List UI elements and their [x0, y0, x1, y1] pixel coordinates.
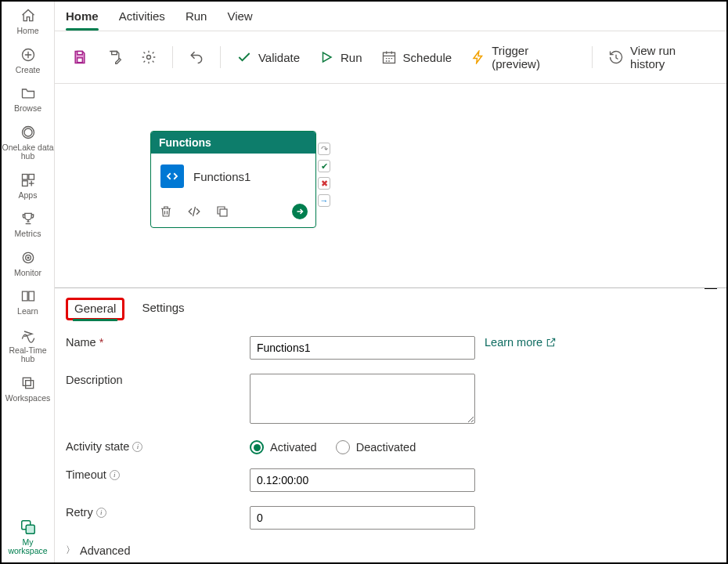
- properties-form: Name * Learn more Description Activity s…: [55, 320, 726, 562]
- radio-activated[interactable]: Activated: [250, 440, 317, 454]
- svg-rect-5: [22, 181, 27, 186]
- rail-workspaces[interactable]: Workspaces: [2, 374, 54, 403]
- external-link-icon: [546, 337, 557, 348]
- history-button[interactable]: View run history: [602, 39, 715, 75]
- toolbar-separator: [172, 46, 173, 68]
- connector-skip-icon[interactable]: ↷: [318, 143, 330, 155]
- label-name: Name *: [66, 336, 250, 349]
- name-input[interactable]: [250, 336, 475, 360]
- svg-rect-18: [220, 209, 227, 216]
- row-name: Name * Learn more: [66, 336, 715, 360]
- ribbon-tabs: Home Activities Run View: [55, 2, 726, 31]
- delete-icon[interactable]: [159, 204, 173, 219]
- tab-run[interactable]: Run: [186, 5, 207, 31]
- connector-fail-icon[interactable]: ✖: [318, 177, 330, 190]
- code-view-icon[interactable]: [187, 204, 201, 219]
- book-icon: [19, 287, 38, 306]
- rail-apps[interactable]: Apps: [2, 171, 54, 201]
- run-button[interactable]: Run: [312, 45, 369, 70]
- rail-apps-label: Apps: [19, 191, 38, 201]
- rail-realtime[interactable]: Real-Time hub: [2, 326, 54, 364]
- tab-general[interactable]: General: [73, 298, 117, 321]
- rail-create-label: Create: [16, 66, 41, 75]
- rail-learn[interactable]: Learn: [2, 287, 54, 316]
- label-activity-state: Activity state i: [66, 440, 250, 453]
- learn-more-label: Learn more: [485, 336, 542, 349]
- target-icon: [19, 248, 38, 267]
- rail-my-workspace[interactable]: My workspace: [2, 518, 54, 556]
- stream-icon: [19, 326, 38, 345]
- undo-button[interactable]: [182, 45, 211, 70]
- description-input[interactable]: [250, 374, 475, 424]
- tab-general-highlight: General: [66, 298, 124, 320]
- play-icon: [319, 49, 334, 65]
- history-label: View run history: [630, 44, 709, 70]
- trophy-icon: [19, 209, 38, 228]
- tab-home[interactable]: Home: [66, 5, 99, 31]
- rail-onelake[interactable]: OneLake data hub: [2, 123, 54, 161]
- rail-learn-label: Learn: [17, 307, 38, 316]
- svg-point-8: [27, 257, 29, 258]
- radio-activated-label: Activated: [270, 441, 317, 454]
- radio-deactivated[interactable]: Deactivated: [336, 440, 416, 454]
- run-label: Run: [341, 51, 362, 64]
- label-description: Description: [66, 374, 250, 386]
- properties-tabs: General Settings: [55, 288, 726, 320]
- rail-browse[interactable]: Browse: [2, 84, 54, 114]
- tab-activities-label: Activities: [119, 9, 165, 23]
- save-icon: [72, 49, 88, 65]
- rail-monitor-label: Monitor: [14, 269, 41, 278]
- rail-home[interactable]: Home: [2, 6, 54, 36]
- settings-button[interactable]: [135, 45, 163, 70]
- save-button[interactable]: [66, 45, 94, 70]
- schedule-button[interactable]: Schedule: [375, 45, 459, 70]
- retry-input[interactable]: [250, 506, 475, 530]
- home-icon: [19, 6, 38, 25]
- tab-view[interactable]: View: [227, 5, 252, 31]
- tab-settings[interactable]: Settings: [140, 298, 186, 320]
- info-icon[interactable]: i: [110, 470, 120, 480]
- row-retry: Retry i: [66, 506, 715, 530]
- svg-rect-9: [23, 378, 31, 385]
- pipeline-canvas[interactable]: Functions Functions1 ↷ ✔ ✖ →: [55, 84, 726, 287]
- rail-my-workspace-label: My workspace: [2, 538, 54, 556]
- activity-body: Functions1: [151, 154, 315, 199]
- svg-point-16: [147, 56, 151, 60]
- activity-footer: [151, 199, 315, 227]
- svg-rect-14: [77, 58, 83, 63]
- tab-activities[interactable]: Activities: [119, 5, 165, 31]
- copy-icon[interactable]: [215, 204, 229, 219]
- rail-metrics-label: Metrics: [15, 230, 41, 239]
- activity-card-functions[interactable]: Functions Functions1: [150, 131, 316, 228]
- rail-metrics[interactable]: Metrics: [2, 209, 54, 239]
- connector-success-icon[interactable]: ✔: [318, 160, 330, 172]
- apps-icon: [19, 171, 38, 190]
- rail-monitor[interactable]: Monitor: [2, 248, 54, 278]
- svg-point-1: [24, 128, 32, 136]
- trigger-label: Trigger (preview): [492, 44, 576, 70]
- info-icon[interactable]: i: [132, 442, 142, 452]
- rail-onelake-label: OneLake data hub: [2, 143, 54, 161]
- svg-rect-4: [28, 174, 34, 179]
- validate-button[interactable]: Validate: [230, 45, 306, 70]
- info-icon[interactable]: i: [96, 508, 106, 518]
- learn-more-link[interactable]: Learn more: [485, 336, 557, 349]
- lightning-icon: [470, 49, 485, 65]
- my-workspace-icon: [19, 518, 38, 537]
- toolbar-separator: [592, 46, 593, 68]
- toolbar-separator: [220, 46, 221, 68]
- check-icon: [236, 49, 252, 65]
- globe-icon: [19, 123, 38, 142]
- activity-state-radio-group: Activated Deactivated: [250, 440, 475, 454]
- timeout-input[interactable]: [250, 468, 475, 492]
- svg-rect-13: [77, 52, 83, 55]
- continue-icon[interactable]: [292, 204, 308, 219]
- rail-create[interactable]: Create: [2, 45, 54, 75]
- connector-completion-icon[interactable]: →: [318, 194, 330, 207]
- save-as-button[interactable]: [100, 45, 128, 70]
- advanced-toggle[interactable]: 〉 Advanced: [66, 544, 715, 557]
- plus-circle-icon: [19, 45, 38, 64]
- tab-view-label: View: [227, 9, 252, 23]
- trigger-button[interactable]: Trigger (preview): [464, 39, 582, 75]
- rail-home-label: Home: [16, 27, 38, 36]
